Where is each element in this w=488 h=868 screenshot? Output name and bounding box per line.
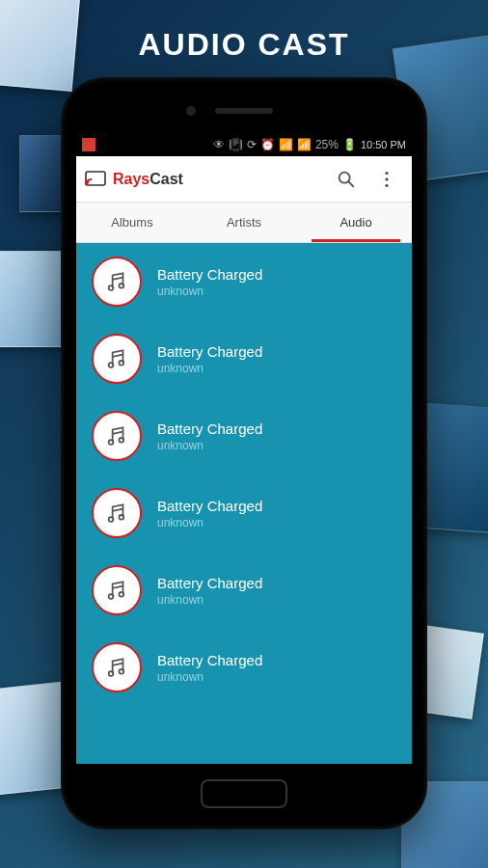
tab-label: Albums xyxy=(111,215,152,230)
svg-point-1 xyxy=(86,182,88,184)
status-bar: 👁 📳 ⟳ ⏰ 📶 📶 25% 🔋 10:50 PM xyxy=(76,133,412,156)
svg-point-16 xyxy=(109,517,114,522)
svg-point-17 xyxy=(119,515,123,520)
battery-percent: 25% xyxy=(315,138,339,151)
list-item[interactable]: Battery Charged unknown xyxy=(76,475,412,552)
battery-icon: 🔋 xyxy=(342,138,357,151)
svg-point-6 xyxy=(385,183,388,186)
app-title: RaysCast xyxy=(113,171,183,188)
svg-point-7 xyxy=(109,285,114,290)
svg-line-12 xyxy=(113,355,123,357)
home-button[interactable] xyxy=(201,779,287,808)
list-item[interactable]: Battery Charged unknown xyxy=(76,552,412,629)
tab-artists[interactable]: Artists xyxy=(188,203,300,242)
item-subtitle: unknown xyxy=(157,593,262,607)
music-note-icon xyxy=(92,642,142,692)
svg-rect-0 xyxy=(86,172,105,185)
music-note-icon xyxy=(92,257,142,307)
item-title: Battery Charged xyxy=(157,498,262,514)
app-bar: RaysCast xyxy=(76,156,412,203)
item-title: Battery Charged xyxy=(157,652,262,668)
more-vert-icon xyxy=(376,169,397,190)
svg-point-14 xyxy=(119,438,123,443)
list-item[interactable]: Battery Charged unknown xyxy=(76,243,412,320)
vibrate-icon: 📳 xyxy=(229,138,243,151)
music-note-icon xyxy=(92,488,142,538)
list-item[interactable]: Battery Charged unknown xyxy=(76,629,412,706)
svg-line-3 xyxy=(349,181,354,186)
tab-label: Audio xyxy=(339,215,371,230)
music-note-icon xyxy=(92,411,142,461)
item-subtitle: unknown xyxy=(157,439,262,452)
svg-line-18 xyxy=(113,509,123,511)
page-title: AUDIO CAST xyxy=(0,0,488,63)
svg-point-4 xyxy=(385,171,388,174)
phone-sensor xyxy=(186,106,196,116)
item-title: Battery Charged xyxy=(157,343,262,360)
item-title: Battery Charged xyxy=(157,266,262,283)
signal-icon: 📶 xyxy=(297,138,312,151)
svg-point-8 xyxy=(119,284,123,288)
cast-icon[interactable] xyxy=(84,168,107,191)
svg-point-19 xyxy=(109,594,114,599)
item-subtitle: unknown xyxy=(157,516,262,529)
audio-list[interactable]: Battery Charged unknown Battery Charged … xyxy=(76,243,412,764)
overflow-menu-button[interactable] xyxy=(369,162,404,197)
tab-audio[interactable]: Audio xyxy=(300,203,412,242)
app-title-rays: Rays xyxy=(113,171,149,188)
list-item[interactable]: Battery Charged unknown xyxy=(76,397,412,475)
status-time: 10:50 PM xyxy=(361,139,406,150)
wifi-icon: 📶 xyxy=(279,138,293,151)
music-note-icon xyxy=(92,565,142,615)
svg-point-13 xyxy=(109,440,114,445)
phone-speaker xyxy=(215,108,273,114)
list-item[interactable]: Battery Charged unknown xyxy=(76,320,412,397)
tab-label: Artists xyxy=(227,215,261,230)
notification-icon xyxy=(82,138,95,151)
svg-point-23 xyxy=(119,669,123,674)
item-subtitle: unknown xyxy=(157,362,262,375)
svg-point-11 xyxy=(119,361,123,366)
svg-line-15 xyxy=(113,432,123,434)
tab-bar: Albums Artists Audio xyxy=(76,203,412,243)
tab-albums[interactable]: Albums xyxy=(76,203,188,242)
music-note-icon xyxy=(92,334,142,384)
search-button[interactable] xyxy=(329,162,364,197)
item-subtitle: unknown xyxy=(157,670,262,684)
phone-frame: 👁 📳 ⟳ ⏰ 📶 📶 25% 🔋 10:50 PM xyxy=(61,77,427,829)
sync-icon: ⟳ xyxy=(247,138,257,151)
svg-point-5 xyxy=(385,177,388,180)
svg-point-22 xyxy=(109,671,114,676)
svg-point-2 xyxy=(339,172,350,182)
item-subtitle: unknown xyxy=(157,285,262,298)
search-icon xyxy=(336,169,357,190)
item-title: Battery Charged xyxy=(157,575,262,591)
app-title-cast: Cast xyxy=(149,171,183,188)
screen: 👁 📳 ⟳ ⏰ 📶 📶 25% 🔋 10:50 PM xyxy=(76,133,412,764)
alarm-icon: ⏰ xyxy=(260,138,275,151)
svg-line-9 xyxy=(113,278,123,280)
svg-point-10 xyxy=(109,363,114,367)
item-title: Battery Charged xyxy=(157,420,262,437)
svg-line-21 xyxy=(113,586,123,588)
svg-point-20 xyxy=(119,592,123,597)
svg-line-24 xyxy=(113,664,123,665)
eye-off-icon: 👁 xyxy=(213,138,225,151)
